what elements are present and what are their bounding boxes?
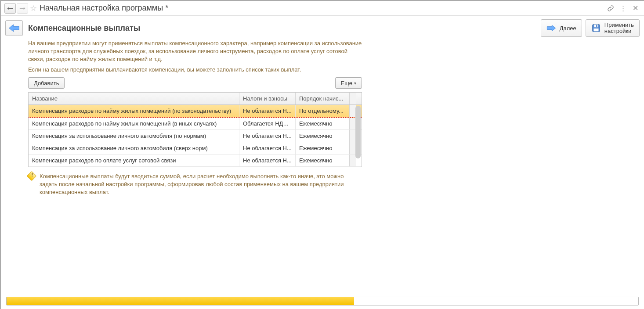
nav-forward-button[interactable]: 🡒 — [17, 3, 28, 14]
note-text: Компенсационные выплаты будут вводиться … — [40, 172, 362, 196]
more-button-label: Еще — [341, 80, 352, 86]
table-row[interactable]: Компенсация за использование личного авт… — [29, 130, 362, 142]
wizard-back-button[interactable] — [5, 20, 23, 36]
chevron-down-icon: ▾ — [354, 81, 356, 86]
nav-back-button[interactable]: 🡐 — [4, 3, 16, 14]
cell-name: Компенсация за использование личного авт… — [29, 142, 239, 154]
window-title: Начальная настройка программы * — [40, 4, 168, 13]
wizard-progress-bar — [6, 297, 639, 305]
intro-paragraph-1: На вашем предприятии могут применяться в… — [28, 40, 362, 63]
page-heading: Компенсационные выплаты — [28, 24, 140, 33]
cell-order: Ежемесячно — [296, 130, 349, 142]
scrollbar-track-header — [349, 93, 356, 104]
col-header-tax[interactable]: Налоги и взносы — [239, 93, 296, 104]
table-header: Название Налоги и взносы Порядок начис..… — [29, 93, 362, 105]
cell-tax: Не облагается Н... — [239, 105, 296, 117]
close-icon[interactable]: ✕ — [630, 3, 640, 14]
next-button[interactable]: Далее — [541, 19, 582, 37]
cell-tax: Не облагается Н... — [239, 154, 296, 166]
cell-name: Компенсация расходов по найму жилых поме… — [29, 105, 239, 117]
cell-order: Ежемесячно — [296, 154, 349, 166]
apply-settings-button[interactable]: Применитьнастройки — [586, 19, 640, 37]
cell-tax: Не облагается Н... — [239, 142, 296, 154]
cell-order: По отдельному... — [296, 105, 349, 117]
cell-name: Компенсация за использование личного авт… — [29, 130, 239, 142]
col-header-name[interactable]: Название — [29, 93, 239, 104]
table-body: Компенсация расходов по найму жилых поме… — [29, 105, 362, 167]
next-button-label: Далее — [560, 25, 576, 32]
table-toolbar: Добавить Еще ▾ — [28, 77, 362, 89]
add-button[interactable]: Добавить — [28, 77, 65, 89]
more-button[interactable]: Еще ▾ — [335, 77, 362, 89]
svg-marker-1 — [547, 25, 555, 31]
table-row[interactable]: Компенсация расходов по найму жилых поме… — [29, 118, 362, 130]
cell-tax: Не облагается Н... — [239, 130, 296, 142]
compensation-table: Название Налоги и взносы Порядок начис..… — [28, 92, 362, 167]
apply-button-label: Применитьнастройки — [604, 22, 634, 34]
warning-icon — [27, 171, 37, 181]
kebab-menu-icon[interactable]: ⋮ — [618, 3, 628, 14]
wizard-progress-fill — [7, 297, 354, 305]
table-row[interactable]: Компенсация расходов по найму жилых поме… — [29, 105, 362, 118]
cell-name: Компенсация расходов по оплате услуг сот… — [29, 154, 239, 166]
intro-paragraph-2: Если на вашем предприятии выплачиваются … — [28, 66, 362, 74]
work-area: Компенсационные выплаты Далее Применитьн… — [1, 16, 644, 196]
title-bar: 🡐 🡒 ☆ Начальная настройка программы * ⋮ … — [1, 1, 644, 16]
link-icon[interactable] — [605, 3, 616, 14]
svg-rect-5 — [593, 29, 598, 31]
scrollbar-thumb[interactable] — [355, 106, 361, 158]
add-button-label: Добавить — [34, 80, 59, 86]
cell-tax: Облагается НДФ... — [239, 118, 296, 129]
cell-order: Ежемесячно — [296, 142, 349, 154]
cell-name: Компенсация расходов по найму жилых поме… — [29, 118, 239, 129]
favorite-star-icon[interactable]: ☆ — [30, 4, 37, 13]
table-row[interactable]: Компенсация расходов по оплате услуг сот… — [29, 154, 362, 167]
table-row[interactable]: Компенсация за использование личного авт… — [29, 142, 362, 154]
cell-order: Ежемесячно — [296, 118, 349, 129]
col-header-order[interactable]: Порядок начис... — [296, 93, 349, 104]
header-row: Компенсационные выплаты Далее Применитьн… — [5, 19, 640, 37]
svg-marker-0 — [9, 25, 19, 32]
note-row: Компенсационные выплаты будут вводиться … — [28, 172, 362, 196]
content-block: На вашем предприятии могут применяться в… — [28, 40, 362, 196]
svg-rect-4 — [596, 25, 597, 27]
